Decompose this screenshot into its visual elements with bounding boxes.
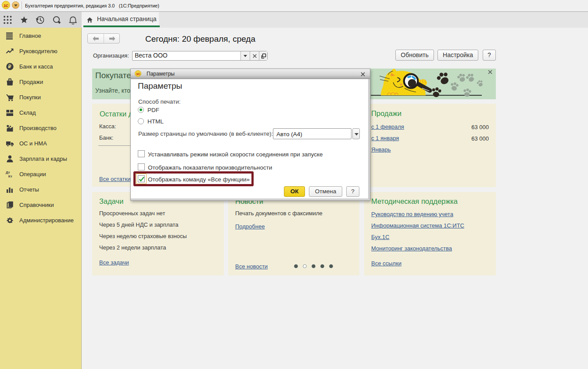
svg-text:₽: ₽	[8, 64, 11, 69]
svg-text:Кт: Кт	[8, 174, 12, 178]
svg-text:Дт: Дт	[6, 170, 10, 174]
